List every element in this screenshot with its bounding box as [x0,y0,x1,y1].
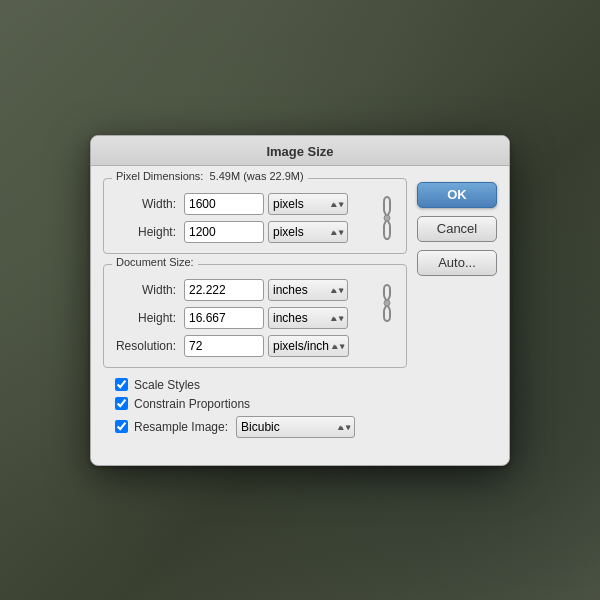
pixel-height-unit-select[interactable]: pixels percent [268,221,348,243]
resample-checkbox[interactable] [115,420,128,433]
document-size-group: Document Size: Width: inches cm mm [103,264,407,368]
doc-width-row: Width: inches cm mm points picas percent [114,279,376,301]
doc-height-row: Height: inches cm mm points picas percen… [114,307,376,329]
resolution-unit-select[interactable]: pixels/inch pixels/cm [268,335,349,357]
doc-height-unit-wrapper: inches cm mm points picas percent ▲▼ [268,307,348,329]
pixel-width-label: Width: [114,197,184,211]
pixel-height-input[interactable] [184,221,264,243]
dialog-buttons: OK Cancel Auto... [417,178,497,453]
svg-point-1 [384,300,390,306]
doc-width-input[interactable] [184,279,264,301]
resolution-input[interactable] [184,335,264,357]
cancel-button[interactable]: Cancel [417,216,497,242]
checkboxes-section: Scale Styles Constrain Proportions Resam… [103,378,407,453]
doc-chain-link [378,283,396,323]
constrain-proportions-checkbox[interactable] [115,397,128,410]
pixel-height-row: Height: pixels percent ▲▼ [114,221,376,243]
dialog-title: Image Size [266,144,333,159]
pixel-dimensions-group: Pixel Dimensions: 5.49M (was 22.9M) Widt… [103,178,407,254]
resolution-label: Resolution: [114,339,184,353]
image-size-dialog: Image Size Pixel Dimensions: 5.49M (was … [90,135,510,466]
pixel-height-unit-wrapper: pixels percent ▲▼ [268,221,348,243]
doc-chain-icon [380,283,394,323]
resolution-row: Resolution: pixels/inch pixels/cm ▲▼ [114,335,376,357]
doc-width-label: Width: [114,283,184,297]
pixel-dimensions-legend: Pixel Dimensions: 5.49M (was 22.9M) [112,170,308,182]
dialog-body: Pixel Dimensions: 5.49M (was 22.9M) Widt… [91,166,509,465]
resample-label[interactable]: Resample Image: [134,420,228,434]
doc-width-unit-select[interactable]: inches cm mm points picas percent [268,279,348,301]
doc-height-label: Height: [114,311,184,325]
constrain-proportions-row: Constrain Proportions [115,397,395,411]
auto-button[interactable]: Auto... [417,250,497,276]
pixel-width-unit-wrapper: pixels percent ▲▼ [268,193,348,215]
pixel-height-label: Height: [114,225,184,239]
pixel-chain-link [378,195,396,241]
dialog-titlebar: Image Size [91,136,509,166]
pixel-width-row: Width: pixels percent ▲▼ [114,193,376,215]
scale-styles-checkbox[interactable] [115,378,128,391]
pixel-chain-icon [380,195,394,241]
doc-height-unit-select[interactable]: inches cm mm points picas percent [268,307,348,329]
constrain-proportions-label[interactable]: Constrain Proportions [134,397,250,411]
scale-styles-label[interactable]: Scale Styles [134,378,200,392]
resample-method-select[interactable]: Nearest Neighbor Bilinear Bicubic Bicubi… [236,416,355,438]
document-size-legend: Document Size: [112,256,198,268]
svg-point-0 [384,215,390,221]
ok-button[interactable]: OK [417,182,497,208]
pixel-width-unit-select[interactable]: pixels percent [268,193,348,215]
doc-height-input[interactable] [184,307,264,329]
scale-styles-row: Scale Styles [115,378,395,392]
resample-row: Resample Image: Nearest Neighbor Bilinea… [115,416,395,438]
dialog-left: Pixel Dimensions: 5.49M (was 22.9M) Widt… [103,178,407,453]
pixel-width-input[interactable] [184,193,264,215]
doc-width-unit-wrapper: inches cm mm points picas percent ▲▼ [268,279,348,301]
resolution-unit-wrapper: pixels/inch pixels/cm ▲▼ [268,335,349,357]
resample-method-wrapper: Nearest Neighbor Bilinear Bicubic Bicubi… [236,416,355,438]
